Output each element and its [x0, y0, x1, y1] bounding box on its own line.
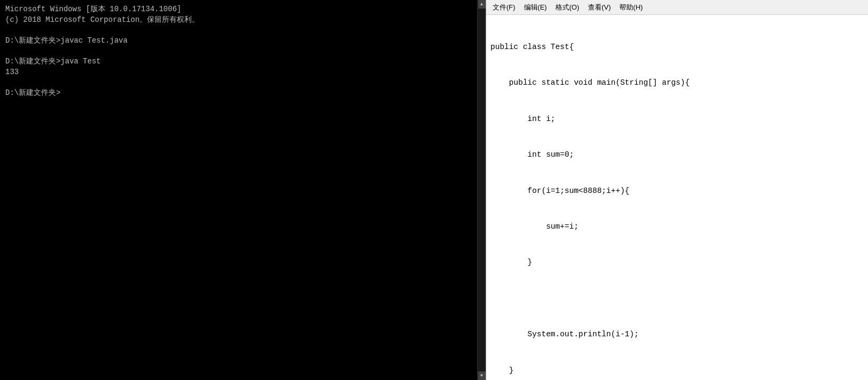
- menu-file[interactable]: 文件(F): [488, 1, 520, 14]
- scroll-up-button[interactable]: ▲: [478, 0, 486, 9]
- code-line-1: public class Test{: [490, 41, 864, 53]
- cmd-line-8: [5, 78, 10, 86]
- code-line-4: int sum=0;: [490, 149, 864, 160]
- cmd-line-1: Microsoft Windows [版本 10.0.17134.1006]: [5, 5, 181, 13]
- menu-edit[interactable]: 编辑(E): [520, 1, 551, 14]
- cmd-output-133: 133: [5, 68, 19, 76]
- notepad-editor[interactable]: public class Test{ public static void ma…: [486, 15, 868, 380]
- code-line-7: }: [490, 256, 864, 268]
- code-line-9: System.out.println(i-1);: [490, 328, 864, 340]
- cmd-scrollbar[interactable]: ▲ ▼: [477, 0, 486, 380]
- scroll-down-button[interactable]: ▼: [478, 371, 486, 380]
- menu-format[interactable]: 格式(O): [551, 1, 584, 14]
- code-line-3: int i;: [490, 113, 864, 125]
- menu-help[interactable]: 帮助(H): [615, 1, 647, 14]
- cmd-prompt: D:\新建文件夹>: [5, 88, 61, 97]
- code-line-10: }: [490, 365, 864, 376]
- cmd-line-4: D:\新建文件夹>javac Test.java: [5, 36, 128, 45]
- cmd-line-6: D:\新建文件夹>java Test: [5, 57, 101, 66]
- code-line-6: sum+=i;: [490, 221, 864, 232]
- menu-view[interactable]: 查看(V): [584, 1, 615, 14]
- cmd-line-5: [5, 46, 10, 55]
- code-line-5: for(i=1;sum<8888;i++){: [490, 185, 864, 197]
- code-line-8: [490, 293, 864, 304]
- cmd-line-2: (c) 2018 Microsoft Corporation。保留所有权利。: [5, 15, 199, 24]
- notepad-window: 文件(F) 编辑(E) 格式(O) 查看(V) 帮助(H) public cla…: [486, 0, 868, 380]
- cmd-window: Microsoft Windows [版本 10.0.17134.1006] (…: [0, 0, 486, 380]
- notepad-menubar: 文件(F) 编辑(E) 格式(O) 查看(V) 帮助(H): [486, 0, 868, 15]
- cmd-line-3: [5, 26, 10, 34]
- code-line-2: public static void main(String[] args){: [490, 77, 864, 88]
